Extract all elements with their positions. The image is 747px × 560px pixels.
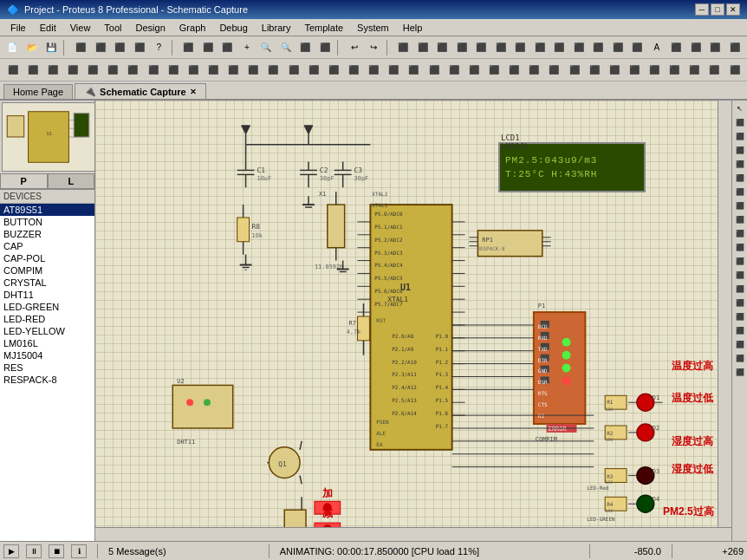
tb2-btn19[interactable]: ⬛: [365, 62, 383, 79]
tb-btn21[interactable]: ⬛: [492, 39, 510, 56]
menu-system[interactable]: System: [350, 21, 396, 35]
rt-btn19[interactable]: ⬛: [734, 352, 746, 364]
tb-btn3[interactable]: ⬛: [111, 39, 128, 56]
device-buzzer[interactable]: BUZZER: [0, 228, 94, 240]
tb2-btn25[interactable]: ⬛: [484, 62, 503, 79]
tb-new[interactable]: 📄: [3, 39, 21, 56]
rt-btn3[interactable]: ⬛: [734, 130, 746, 142]
tb-btn22[interactable]: ⬛: [511, 39, 529, 56]
device-respack8[interactable]: RESPACK-8: [0, 374, 94, 386]
tb2-btn26[interactable]: ⬛: [505, 62, 523, 79]
tab-home[interactable]: Home Page: [3, 84, 73, 99]
tb2-btn8[interactable]: ⬛: [144, 62, 162, 79]
tb2-btn28[interactable]: ⬛: [545, 62, 563, 79]
menu-debug[interactable]: Debug: [212, 21, 254, 35]
tb2-btn20[interactable]: ⬛: [385, 62, 403, 79]
rt-btn20[interactable]: ⬛: [734, 366, 746, 378]
device-cap-pol[interactable]: CAP-POL: [0, 252, 94, 264]
device-led-yellow[interactable]: LED-YELLOW: [0, 325, 94, 337]
rt-btn14[interactable]: ⬛: [734, 283, 746, 295]
tb-btn9[interactable]: +: [238, 39, 256, 56]
tb2-btn3[interactable]: ⬛: [43, 62, 62, 79]
tb2-btn31[interactable]: ⬛: [605, 62, 623, 79]
menu-graph[interactable]: Graph: [172, 21, 213, 35]
tb-btn6[interactable]: ⬛: [179, 39, 197, 56]
menu-design[interactable]: Design: [129, 21, 172, 35]
tb2-btn16[interactable]: ⬛: [304, 62, 322, 79]
tb-btn31[interactable]: ⬛: [686, 39, 704, 56]
vertical-scrollbar[interactable]: [718, 101, 731, 541]
tb-btn12[interactable]: ⬛: [296, 39, 314, 56]
tb-btn32[interactable]: ⬛: [706, 39, 724, 56]
sidebar-tab-l[interactable]: L: [48, 173, 95, 189]
tb2-btn30[interactable]: ⬛: [585, 62, 603, 79]
tb-btn14[interactable]: ↩: [346, 39, 363, 56]
tb-btn23[interactable]: ⬛: [531, 39, 549, 56]
maximize-button[interactable]: □: [711, 3, 724, 16]
tb-btn10[interactable]: 🔍: [257, 39, 275, 56]
tb2-btn37[interactable]: ⬛: [725, 62, 744, 79]
rt-btn11[interactable]: ⬛: [734, 241, 746, 253]
device-led-red[interactable]: LED-RED: [0, 313, 94, 325]
horizontal-scrollbar[interactable]: [95, 527, 731, 541]
rt-btn5[interactable]: ⬛: [734, 158, 746, 170]
tb-btn33[interactable]: ⬛: [725, 39, 743, 56]
play-button[interactable]: ▶: [3, 544, 19, 558]
rt-btn18[interactable]: ⬛: [734, 338, 746, 350]
device-button[interactable]: BUTTON: [0, 216, 94, 228]
tb-btn16[interactable]: ⬛: [394, 39, 412, 56]
tab-schematic[interactable]: 🔌 Schematic Capture ✕: [75, 83, 206, 99]
tb2-btn6[interactable]: ⬛: [104, 62, 122, 79]
device-led-green[interactable]: LED-GREEN: [0, 301, 94, 313]
tb-btn29[interactable]: A: [648, 39, 666, 56]
device-at89s51[interactable]: AT89S51: [0, 204, 94, 216]
tb2-btn36[interactable]: ⬛: [705, 62, 724, 79]
tb2-btn18[interactable]: ⬛: [344, 62, 362, 79]
tb-btn20[interactable]: ⬛: [472, 39, 490, 56]
tb2-btn5[interactable]: ⬛: [84, 62, 102, 79]
rt-btn9[interactable]: ⬛: [734, 213, 746, 225]
tb2-btn9[interactable]: ⬛: [164, 62, 182, 79]
close-button[interactable]: ✕: [726, 3, 740, 16]
stop-button[interactable]: ⏹: [49, 544, 64, 558]
tb-btn18[interactable]: ⬛: [433, 39, 451, 56]
tb-open[interactable]: 📂: [23, 39, 40, 56]
tb-btn7[interactable]: ⬛: [199, 39, 217, 56]
rt-btn16[interactable]: ⬛: [734, 310, 746, 322]
tb2-btn27[interactable]: ⬛: [525, 62, 543, 79]
device-cap[interactable]: CAP: [0, 240, 94, 252]
tb-btn26[interactable]: ⬛: [589, 39, 607, 56]
tb-btn24[interactable]: ⬛: [550, 39, 568, 56]
menu-template[interactable]: Template: [297, 21, 350, 35]
tb2-btn23[interactable]: ⬛: [445, 62, 463, 79]
tb-btn17[interactable]: ⬛: [414, 39, 432, 56]
tb-btn27[interactable]: ⬛: [609, 39, 627, 56]
rt-btn15[interactable]: ⬛: [734, 296, 746, 309]
tb2-btn32[interactable]: ⬛: [625, 62, 643, 79]
rt-btn2[interactable]: ⬛: [734, 116, 746, 128]
tb-btn11[interactable]: 🔍: [277, 39, 295, 56]
menu-library[interactable]: Library: [255, 21, 298, 35]
menu-edit[interactable]: Edit: [33, 21, 63, 35]
tb2-btn11[interactable]: ⬛: [204, 62, 222, 79]
menu-tool[interactable]: Tool: [97, 21, 128, 35]
rt-btn12[interactable]: ⬛: [734, 255, 746, 267]
rt-btn10[interactable]: ⬛: [734, 227, 746, 239]
tb2-btn29[interactable]: ⬛: [565, 62, 583, 79]
tb2-btn7[interactable]: ⬛: [124, 62, 142, 79]
tb2-btn21[interactable]: ⬛: [405, 62, 423, 79]
device-compim[interactable]: COMPIM: [0, 264, 94, 277]
tb-btn1[interactable]: ⬛: [72, 39, 89, 56]
pause-button[interactable]: ⏸: [26, 544, 42, 558]
device-mj15004[interactable]: MJ15004: [0, 349, 94, 361]
minimize-button[interactable]: ─: [695, 3, 709, 16]
device-crystal[interactable]: CRYSTAL: [0, 277, 94, 289]
tb-btn13[interactable]: ⬛: [316, 39, 334, 56]
tb2-btn13[interactable]: ⬛: [244, 62, 263, 79]
menu-view[interactable]: View: [63, 21, 98, 35]
rt-btn6[interactable]: ⬛: [734, 172, 746, 184]
sidebar-tab-p[interactable]: P: [0, 173, 48, 189]
tb2-btn22[interactable]: ⬛: [425, 62, 443, 79]
rt-btn8[interactable]: ⬛: [734, 199, 746, 212]
tb-btn8[interactable]: ⬛: [218, 39, 236, 56]
